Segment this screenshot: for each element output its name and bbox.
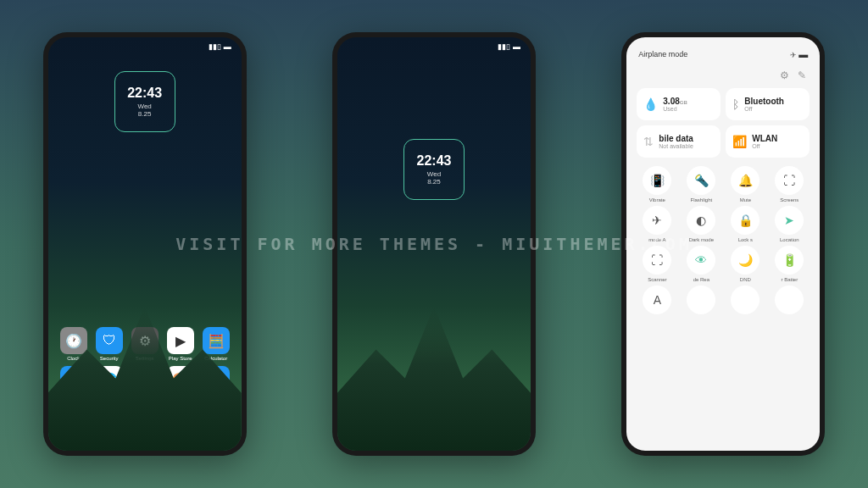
app-chrome[interactable]: 🌐Chrome bbox=[92, 366, 126, 400]
toggle-flashlight[interactable]: 🔦Flashlight bbox=[681, 166, 721, 202]
toggle-vibrate[interactable]: 📳Vibrate bbox=[637, 166, 677, 202]
clock-date: 8.25 bbox=[427, 178, 441, 186]
clock-day: Wed bbox=[138, 103, 152, 110]
app-security[interactable]: 🛡Security bbox=[92, 327, 126, 361]
toggle-icon: A bbox=[643, 286, 671, 314]
toggle-label: Vibrate bbox=[649, 197, 665, 202]
dock-phone[interactable]: 📞 bbox=[59, 415, 88, 444]
app-icon: ▶ bbox=[167, 327, 194, 354]
tile-sub: Off bbox=[752, 143, 777, 149]
battery-icon: ▬ bbox=[513, 42, 520, 51]
toggle-label: Scanner bbox=[648, 277, 666, 282]
battery-icon: ▬ bbox=[798, 49, 808, 59]
toggle-icon: 📳 bbox=[643, 166, 671, 195]
toggle-label: Lock s bbox=[738, 237, 753, 242]
edit-icon[interactable]: ✎ bbox=[798, 69, 806, 81]
cc-large-tiles: 💧3.08GBUsedᛒBluetoothOff⇅bile dataNot av… bbox=[626, 88, 820, 158]
toggle-icon: 🔋 bbox=[775, 246, 804, 274]
tile-icon: ⇅ bbox=[643, 135, 654, 148]
toggle-location[interactable]: ➤Location bbox=[769, 206, 810, 242]
app-contacts[interactable]: 👤Contacts bbox=[199, 366, 233, 400]
app-label: Calculator bbox=[204, 356, 227, 361]
dock-messages[interactable]: 💬 bbox=[95, 415, 124, 444]
toggle-label: Flashlight bbox=[690, 197, 712, 202]
app-icon: 25 bbox=[131, 366, 159, 393]
app-settings[interactable]: ⚙Settings bbox=[128, 327, 162, 361]
app-clock[interactable]: 🕐Clock bbox=[57, 327, 91, 361]
clock-date: 8.25 bbox=[138, 110, 152, 118]
app-label: Play Store bbox=[169, 356, 192, 361]
app-play-store[interactable]: ▶Play Store bbox=[164, 327, 198, 361]
app-icon: 👤 bbox=[203, 366, 230, 393]
toggle-label: Mute bbox=[740, 197, 751, 202]
toggle-r-batter[interactable]: 🔋r Batter bbox=[769, 246, 810, 282]
airplane-icon: ✈ bbox=[790, 51, 797, 59]
app-label: Contacts bbox=[206, 395, 226, 400]
tile-wlan[interactable]: 📶WLANOff bbox=[726, 125, 810, 158]
toggle-blank[interactable] bbox=[681, 286, 721, 317]
clock-widget[interactable]: 22:43 Wed 8.25 bbox=[403, 139, 465, 200]
dock-files[interactable]: 📁 bbox=[165, 415, 194, 444]
tile-bile-data[interactable]: ⇅bile dataNot available bbox=[637, 125, 721, 158]
app-icon: 🛡 bbox=[96, 327, 123, 354]
toggle-label: r Batter bbox=[781, 277, 798, 282]
tile-sub: Off bbox=[744, 106, 784, 112]
toggle-label: de Rea bbox=[693, 277, 709, 282]
cc-header: Airplane mode ✈ ▬ bbox=[626, 37, 820, 66]
toggle-icon: 🔦 bbox=[687, 166, 715, 195]
app-icon: 🌐 bbox=[96, 366, 123, 393]
clock-time: 22:43 bbox=[127, 86, 162, 101]
toggle-mute[interactable]: 🔔Mute bbox=[725, 166, 765, 202]
tile-bluetooth[interactable]: ᛒBluetoothOff bbox=[726, 88, 810, 120]
tile-value: 3.08GB bbox=[663, 97, 687, 106]
clock-widget[interactable]: 22:43 Wed 8.25 bbox=[114, 71, 175, 132]
toggle-blank[interactable]: A bbox=[637, 286, 677, 317]
app-label: Security bbox=[100, 356, 119, 361]
tile-sub: Used bbox=[663, 106, 687, 112]
toggle-icon: ➤ bbox=[775, 206, 804, 235]
toggle-label: Location bbox=[780, 237, 799, 242]
status-bar: ▮▮▯ ▬ bbox=[209, 42, 231, 51]
toggle-icon: 🔔 bbox=[731, 166, 760, 195]
app-icon: 🕐 bbox=[60, 327, 87, 354]
toggle-icon: ⛶ bbox=[775, 166, 804, 195]
clock-time: 22:43 bbox=[417, 153, 452, 169]
app-themes[interactable]: 🎨Themes bbox=[164, 366, 198, 400]
toggle-screens[interactable]: ⛶Screens bbox=[769, 166, 810, 202]
toggle-blank[interactable] bbox=[769, 286, 810, 317]
dock-browser[interactable]: 🧭 bbox=[131, 415, 159, 444]
signal-icon: ▮▮▯ bbox=[209, 42, 221, 51]
app-calculator[interactable]: 🧮Calculator bbox=[199, 327, 233, 361]
toggle-icon bbox=[687, 286, 715, 314]
toggle-blank[interactable] bbox=[725, 286, 765, 317]
tile-icon: ᛒ bbox=[732, 97, 739, 111]
app-label: Calendar bbox=[134, 395, 154, 400]
app-label: Chrome bbox=[100, 395, 118, 400]
toggle-dnd[interactable]: 🌙DND bbox=[725, 246, 765, 282]
app-label: ShareMe bbox=[63, 395, 83, 400]
app-calendar[interactable]: 25Calendar bbox=[128, 366, 162, 400]
app-grid: 🕐Clock🛡Security⚙Settings▶Play Store🧮Calc… bbox=[48, 327, 242, 400]
app-label: Settings bbox=[136, 356, 154, 361]
toggle-lock-s[interactable]: 🔒Lock s bbox=[725, 206, 765, 242]
tile-value: bile data bbox=[659, 134, 693, 143]
dock-camera[interactable]: 📷 bbox=[201, 415, 230, 444]
app-icon: ⚙ bbox=[131, 327, 159, 354]
app-label: Clock bbox=[67, 356, 80, 361]
tile--[interactable]: 💧3.08GBUsed bbox=[637, 88, 721, 120]
tile-icon: 💧 bbox=[643, 97, 658, 111]
swipe-up-handle[interactable]: ⌃ bbox=[429, 427, 439, 441]
signal-icon: ▮▮▯ bbox=[498, 42, 510, 51]
toggle-label: DND bbox=[740, 277, 751, 282]
app-icon: ∞ bbox=[60, 366, 87, 393]
tile-icon: 📶 bbox=[732, 135, 747, 148]
toggle-label: Screens bbox=[780, 197, 798, 202]
toggle-icon: 🌙 bbox=[731, 246, 760, 274]
app-shareme[interactable]: ∞ShareMe bbox=[57, 366, 91, 400]
airplane-mode-label: Airplane mode bbox=[638, 50, 687, 58]
toggle-icon bbox=[731, 286, 760, 314]
toggle-label: Dark mode bbox=[689, 237, 714, 242]
toggle-icon: 🔒 bbox=[731, 206, 760, 235]
clock-day: Wed bbox=[427, 170, 441, 178]
settings-icon[interactable]: ⚙ bbox=[780, 69, 789, 81]
